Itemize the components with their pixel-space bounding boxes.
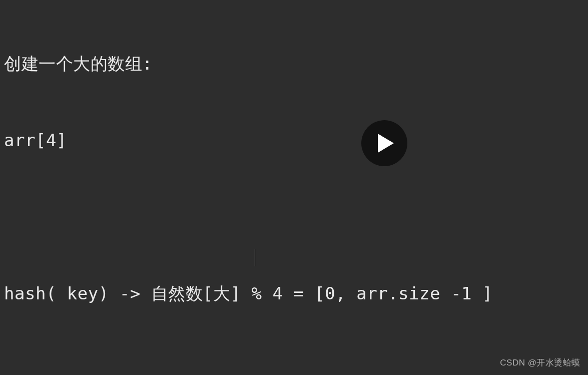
code-text-content: 创建一个大的数组: arr[4] hash( key) -> 自然数[大] % … [4,0,588,375]
watermark-text: CSDN @开水烫蛤蟆 [500,356,580,369]
svg-marker-0 [378,134,394,153]
code-line [4,204,588,230]
code-line: arr[4] [4,128,588,153]
code-line: hash( key) -> 自然数[大] % 4 = [0, arr.size … [4,281,588,306]
text-cursor [255,249,255,266]
play-button[interactable] [361,120,407,166]
play-icon [378,134,394,153]
code-line: 创建一个大的数组: [4,51,588,77]
